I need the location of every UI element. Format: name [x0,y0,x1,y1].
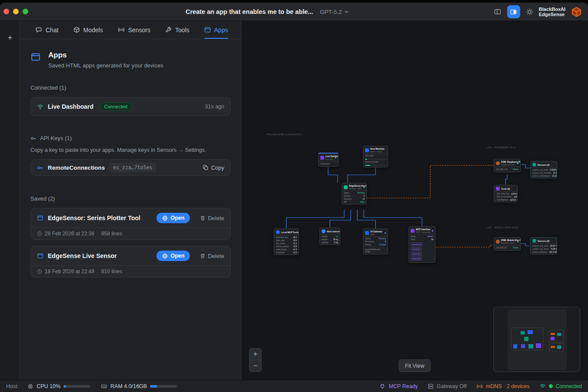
fit-view-button[interactable]: Fit View [399,359,431,372]
tab-label: Tools [175,27,189,34]
node-row: Tools16 [411,238,433,241]
node-chip: session (2) [411,242,423,246]
ram-value: RAM 4.0/16GB [110,383,147,389]
node-row: Processes2 [365,241,386,243]
canvas-panel-toggle-button[interactable] [507,5,520,18]
page-subtitle: Saved HTML apps generated for your devic… [48,62,163,69]
page-title: Apps [48,51,163,60]
zoom-in-button[interactable]: + [249,348,261,360]
chevron-down-icon [344,10,349,13]
open-label: Open [170,215,184,221]
connection-label: Connected [556,383,582,389]
cpu-icon [27,383,33,389]
trash-icon [200,215,206,221]
gateway-icon [365,231,369,235]
group-label-host: THIS MACHINE (LOCALHOST) [266,133,302,136]
node-edgesense-server[interactable]: EdgeSense Server localhost · :8421 Statu… [342,183,367,204]
saved-app-meta: 28 Feb 2026 at 22:36 858 lines [31,228,230,239]
mcp-icon [411,229,415,233]
minimize-window-button[interactable] [13,9,19,14]
node-row: › Get Rainbowpython [496,199,515,201]
node-ui-gateway[interactable]: UI Gateway :8405 StatusRunningProcesses2… [363,228,388,255]
node-local-mcp-tools[interactable]: Local MCP Tools (6) generate_appv0.2save… [274,228,299,255]
node-live-dashboard[interactable]: Live Dashboard web client Connected [318,153,339,167]
models-icon [73,27,80,33]
node-pi5-tools[interactable]: Tools (3) › Plot Tides Fanpython› Plot C… [494,185,518,202]
node-title: UI Gateway [370,230,382,233]
node-orin-sensors[interactable]: Sensors (3) custom_co2_temp28.80 °Ccusto… [530,237,557,255]
api-keys-label: API Keys (1) [40,135,72,141]
node-host-machine[interactable]: Host Machine darwin · arm64 CPU 10% RAM … [363,146,388,168]
minimap[interactable] [493,307,580,372]
node-host-sensors[interactable]: Host sensors (3) systemokweight56 kgsett… [319,228,340,245]
node-pi5-sensors[interactable]: Sensors (3) custom_co2_level0.0008 tcust… [530,161,557,178]
node-row: custom_co2_temp28.80 °C [532,245,555,247]
tab-bar: Chat Models Sensors Tools Apps [20,21,241,39]
api-keys-description: Copy a key to paste into your apps. Mana… [30,147,231,153]
minimap-node [536,343,541,348]
minimap-group [549,330,564,342]
node-row: read_sensorv1.3 [276,248,297,251]
minimap-node [528,330,533,334]
saved-app-lines: 810 lines [101,268,122,275]
delete-label: Delete [208,215,224,221]
tab-models[interactable]: Models [73,21,103,39]
ram-status: RAM 4.0/16GB [101,383,177,389]
tab-apps[interactable]: Apps [204,21,228,39]
zoom-controls: + − [249,348,262,372]
node-subtitle: Raspberry Pi OS [501,164,516,166]
tab-sensors[interactable]: Sensors [118,21,150,39]
zoom-window-button[interactable] [23,9,28,14]
close-window-button[interactable] [3,9,9,14]
connected-section-header: Connected (1) [30,84,231,91]
copy-icon [203,164,209,171]
node-title: Live Dashboard [326,155,334,157]
saved-app-card: EdgeSensor: Series Plotter Tool Open Del… [30,208,231,240]
node-row: StatusRunning [344,192,365,194]
node-title: MCP Interface [416,228,431,231]
node-row: custom_temperature14.21 °C [532,175,555,177]
zoom-out-button[interactable]: − [249,360,261,372]
node-chip: kernel (4) [411,247,422,251]
connected-app-card[interactable]: Live Dashboard Connected 31s ago [30,97,231,116]
node-row: Devices2 [344,195,365,197]
model-selector[interactable]: GPT-5.2 [320,9,348,15]
open-app-button[interactable]: Open [156,213,190,223]
copy-key-button[interactable]: Copy [203,164,224,171]
node-row: settings3 cfg [322,241,338,244]
online-dot [517,163,518,164]
tab-label: Apps [214,27,228,34]
mcp-label: MCP Ready [389,383,418,389]
saved-section-header: Saved (2) [30,195,231,202]
delete-app-button[interactable]: Delete [200,253,224,259]
node-orin-nano[interactable]: ESM: Mobile Orin Nano Media Dev base 192… [494,237,521,251]
node-raspberry-pi5[interactable]: ESM: Raspberry Pi 5 Raspberry Pi OS 192.… [494,159,521,172]
sidebar-toggle-button[interactable] [494,8,502,15]
node-row: save_appv0.2 [276,239,297,241]
computer-icon [365,148,369,152]
node-subtitle: HTTP · streamable [416,231,431,233]
raspberry-pi-icon [496,161,500,165]
tab-chat[interactable]: Chat [36,21,59,39]
delete-app-button[interactable]: Delete [200,215,224,221]
settings-button[interactable] [526,8,533,16]
wifi-icon [539,384,546,389]
connected-app-time: 31s ago [205,104,224,110]
wifi-icon [37,104,43,110]
open-app-button[interactable]: Open [156,251,190,261]
node-row: › Plot Tides Fanpython [496,193,515,195]
node-row: › Plot Crowd Meterpython [496,196,515,198]
node-row: plot_seriesv1.1 [276,242,297,245]
node-graph-canvas[interactable]: THIS MACHINE (LOCALHOST) LAN · RASPBERRY… [242,21,588,380]
globe-icon [162,253,168,259]
node-mcp-interface[interactable]: MCP Interface HTTP · streamable Modestre… [409,226,435,263]
saved-app-date: 18 Feb 2026 at 22:48 [45,268,94,275]
tab-tools[interactable]: Tools [165,21,189,39]
sensors-icon [322,229,326,233]
node-subtitle: web client [326,158,334,160]
host-label: Host: [6,383,19,389]
new-session-button[interactable]: + [0,33,20,43]
saved-app-name: EdgeSensor: Series Plotter Tool [48,214,140,221]
minimap-node [521,331,525,335]
tools-icon [496,187,500,191]
